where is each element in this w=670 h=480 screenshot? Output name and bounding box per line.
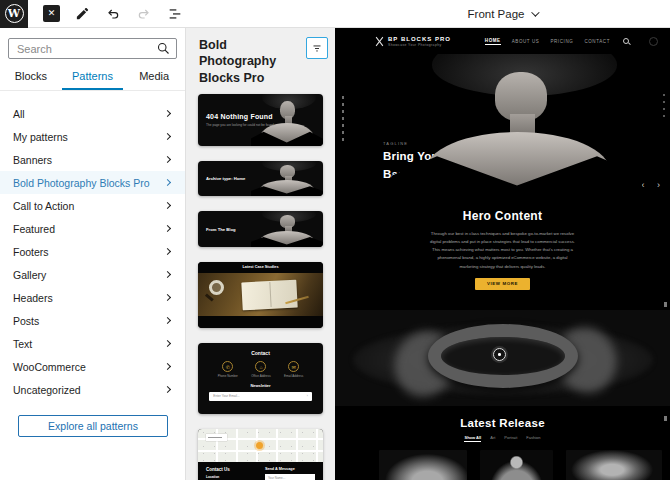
tab-blocks[interactable]: Blocks [0, 61, 62, 90]
nav-item-pricing[interactable]: PRICING [550, 39, 573, 44]
pattern-card-archive[interactable]: Archive type: Home [198, 161, 323, 196]
pattern-card-404-nothing-found[interactable]: 404 Nothing Found The page you are looki… [198, 94, 323, 146]
chevron-right-icon [164, 363, 171, 370]
filter-patterns-button[interactable] [306, 37, 328, 59]
woman-with-hat-image [251, 211, 324, 247]
category-my-patterns[interactable]: My patterns [0, 125, 185, 148]
category-featured[interactable]: Featured [0, 217, 185, 240]
play-button[interactable] [493, 348, 506, 361]
latest-release-section: Latest Release Show All Art Portrait Fas… [335, 406, 670, 480]
category-woocommerce[interactable]: WooCommerce [0, 355, 185, 378]
redo-icon [136, 6, 152, 22]
map-image [198, 429, 323, 462]
pattern-card-latest-case-studies[interactable]: Latest Case Studies [198, 262, 323, 328]
category-all[interactable]: All [0, 102, 185, 125]
nav-circle-button[interactable] [649, 37, 658, 46]
pattern-categories: All My patterns Banners Bold Photography… [0, 102, 185, 401]
hero-content-title: Hero Content [335, 209, 670, 223]
wordpress-ring: W [5, 4, 24, 23]
category-footers[interactable]: Footers [0, 240, 185, 263]
map-pin-icon [256, 442, 263, 449]
view-more-button[interactable]: VIEW MORE [475, 278, 530, 290]
nav-item-about-us[interactable]: ABOUT US [512, 39, 540, 44]
pattern-404-text: 404 Nothing Found The page you are looki… [206, 113, 274, 127]
category-text[interactable]: Text [0, 332, 185, 355]
case-studies-footer [198, 316, 323, 328]
send-message-column: Send A Message Your Name... [265, 467, 315, 480]
newsletter-title: Newsletter [198, 383, 323, 388]
tab-patterns[interactable]: Patterns [62, 61, 124, 90]
brand-tagline: Showcase Your Photography [388, 43, 451, 47]
pattern-card-contact-map[interactable]: Contact Us Location Street Address, City… [198, 429, 323, 480]
email-icon: ✉ [288, 361, 299, 372]
preview-nav-items: HOME ABOUT US PRICING CONTACT [485, 37, 658, 46]
category-gallery[interactable]: Gallery [0, 263, 185, 286]
category-bold-photography-blocks-pro[interactable]: Bold Photography Blocks Pro [0, 171, 185, 194]
search-field-wrap [8, 38, 177, 59]
contact-address: ⌂ Office Address [251, 361, 270, 378]
category-headers[interactable]: Headers [0, 286, 185, 309]
filter-show-all[interactable]: Show All [464, 435, 481, 442]
filter-icon [311, 42, 323, 54]
chevron-right-icon [164, 202, 171, 209]
newsletter-email-input[interactable]: Enter Your Email... › [209, 392, 312, 401]
edit-mode-pencil-button[interactable] [73, 5, 91, 23]
pattern-card-from-the-blog[interactable]: From The Blog [198, 211, 323, 247]
close-icon: ✕ [48, 8, 56, 18]
hero-pagination-dots[interactable] [663, 94, 665, 117]
chevron-right-icon [164, 386, 171, 393]
pattern-card-contact[interactable]: Contact ✆ Phone Number ⌂ Office Address … [198, 343, 323, 414]
chevron-right-icon [164, 294, 171, 301]
category-posts[interactable]: Posts [0, 309, 185, 332]
patterns-panel-title: Bold Photography Blocks Pro [199, 37, 301, 86]
redo-button-disabled[interactable] [135, 5, 153, 23]
document-title: Front Page [468, 8, 525, 20]
chevron-right-icon [164, 340, 171, 347]
contact-title: Contact [198, 350, 323, 356]
list-view-button[interactable] [166, 5, 184, 23]
category-uncategorized[interactable]: Uncategorized [0, 378, 185, 401]
slider-next-icon[interactable]: › [657, 180, 660, 190]
category-banners[interactable]: Banners [0, 148, 185, 171]
pattern-404-subtitle: The page you are looking for could not b… [206, 123, 274, 127]
hero-woman-with-hat-image [392, 54, 642, 194]
contact-phone: ✆ Phone Number [218, 361, 238, 378]
gallery-photo-animal[interactable] [379, 450, 467, 480]
latest-release-gallery [379, 450, 662, 480]
preview-navbar: BP BLOCKS PRO Showcase Your Photography … [335, 28, 670, 54]
pattern-blog-text: From The Blog [206, 226, 236, 231]
inserter-tabs: Blocks Patterns Media [0, 61, 185, 91]
filter-art[interactable]: Art [490, 435, 495, 442]
chevron-right-icon [164, 248, 171, 255]
undo-button[interactable] [104, 5, 122, 23]
filter-portrait[interactable]: Portrait [504, 435, 517, 442]
patterns-panel-header: Bold Photography Blocks Pro [186, 28, 335, 94]
nav-item-contact[interactable]: CONTACT [584, 39, 610, 44]
woman-with-hat-image [251, 161, 324, 196]
search-input[interactable] [8, 38, 177, 59]
hero-social-links[interactable] [342, 96, 344, 141]
wordpress-w: W [8, 8, 20, 19]
pattern-archive-title: Archive type: Home [206, 176, 245, 181]
document-title-dropdown[interactable]: Front Page [335, 0, 670, 28]
chevron-right-icon [164, 179, 171, 186]
explore-all-patterns-button[interactable]: Explore all patterns [18, 415, 168, 437]
gallery-photo-dancers[interactable] [566, 450, 662, 480]
filter-fashion[interactable]: Fashion [526, 435, 540, 442]
chevron-right-icon [164, 225, 171, 232]
category-call-to-action[interactable]: Call to Action [0, 194, 185, 217]
wordpress-block-editor: W ✕ Front Page Blocks Patterns [0, 0, 670, 480]
close-inserter-button[interactable]: ✕ [43, 5, 60, 22]
brand-name: BP BLOCKS PRO [388, 36, 451, 42]
gallery-photo-portrait[interactable] [480, 450, 553, 480]
site-brand[interactable]: BP BLOCKS PRO Showcase Your Photography [375, 36, 451, 47]
pattern-card-list: 404 Nothing Found The page you are looki… [186, 94, 335, 480]
wordpress-logo-icon[interactable]: W [0, 0, 28, 28]
chevron-right-icon [164, 317, 171, 324]
nav-item-home[interactable]: HOME [485, 38, 501, 45]
message-name-input[interactable]: Your Name... [265, 474, 315, 480]
tab-media[interactable]: Media [123, 61, 185, 90]
nav-search-icon[interactable] [623, 38, 629, 44]
magnifier-icon [209, 280, 224, 295]
submit-arrow-icon: › [307, 394, 308, 398]
